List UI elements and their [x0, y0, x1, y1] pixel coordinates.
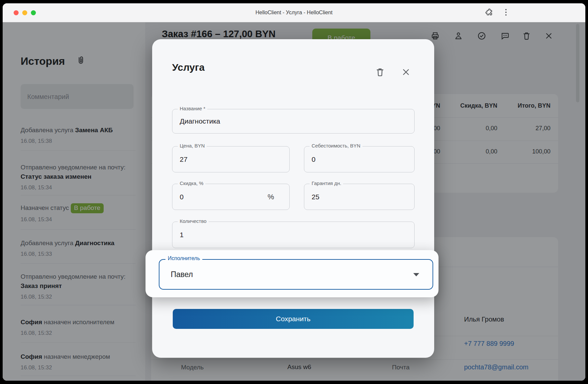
- cost-field[interactable]: Себестоимость, BYN 0: [304, 146, 415, 172]
- field-value: Диагностика: [180, 117, 220, 125]
- modal-title: Услуга: [172, 62, 205, 73]
- quantity-field[interactable]: Количество 1: [172, 222, 415, 248]
- screen: HelloClient - Услуга - HelloClient Истор…: [0, 0, 588, 384]
- price-field[interactable]: Цена, BYN 27: [172, 146, 290, 172]
- close-icon[interactable]: [401, 67, 411, 77]
- executor-spotlight: Исполнитель Павел: [146, 250, 439, 297]
- field-value: 1: [180, 231, 184, 239]
- kebab-menu-icon[interactable]: [505, 9, 507, 17]
- field-label: Скидка, %: [178, 180, 205, 186]
- executor-value: Павел: [171, 270, 193, 279]
- field-value: 27: [180, 155, 187, 163]
- field-value: 25: [312, 193, 319, 201]
- extensions-icon[interactable]: [484, 8, 494, 17]
- trash-icon[interactable]: [375, 67, 385, 77]
- executor-select[interactable]: Павел: [159, 259, 433, 290]
- save-button[interactable]: Сохранить: [173, 309, 414, 329]
- field-value: 0: [312, 155, 316, 163]
- executor-label: Исполнитель: [165, 255, 202, 261]
- service-modal: Услуга Название * Диагностика Цена, BYN …: [152, 39, 434, 358]
- warranty-field[interactable]: Гарантия дн. 25: [304, 184, 415, 210]
- caret-down-icon: [413, 273, 419, 276]
- app-window: HelloClient - Услуга - HelloClient Истор…: [3, 3, 585, 381]
- discount-field[interactable]: Скидка, % 0 %: [172, 184, 290, 210]
- field-label: Гарантия дн.: [310, 180, 343, 186]
- percent-suffix: %: [267, 193, 274, 201]
- field-label: Цена, BYN: [178, 143, 207, 148]
- field-label: Название *: [178, 106, 207, 111]
- field-value: 0: [180, 193, 184, 201]
- field-label: Себестоимость, BYN: [310, 143, 362, 148]
- field-label: Количество: [178, 218, 209, 224]
- name-field[interactable]: Название * Диагностика: [172, 109, 415, 134]
- window-title: HelloClient - Услуга - HelloClient: [3, 3, 585, 22]
- titlebar: HelloClient - Услуга - HelloClient: [3, 3, 585, 22]
